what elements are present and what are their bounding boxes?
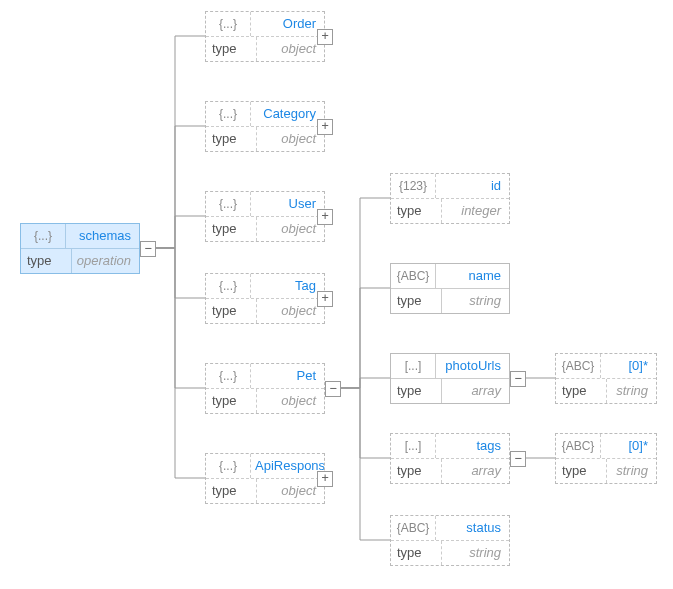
- node-label: [0]*: [601, 434, 656, 458]
- type-hint: {...}: [206, 12, 251, 36]
- type-hint: {ABC}: [391, 516, 436, 540]
- type-key: type: [391, 379, 442, 403]
- type-value: object: [257, 37, 324, 61]
- node-user[interactable]: {...}User typeobject: [205, 191, 325, 242]
- node-label: ApiResponse: [251, 454, 324, 478]
- type-hint: {...}: [206, 454, 251, 478]
- expand-icon[interactable]: [317, 29, 333, 45]
- type-key: type: [21, 249, 72, 273]
- node-label: [0]*: [601, 354, 656, 378]
- node-category[interactable]: {...}Category typeobject: [205, 101, 325, 152]
- type-value: array: [442, 379, 509, 403]
- node-photourls[interactable]: [...]photoUrls typearray: [390, 353, 510, 404]
- type-hint: {...}: [206, 274, 251, 298]
- expand-icon[interactable]: [317, 471, 333, 487]
- node-label: schemas: [66, 224, 139, 248]
- type-value: object: [257, 389, 324, 413]
- type-value: string: [607, 379, 656, 403]
- node-label: Category: [251, 102, 324, 126]
- node-label: Tag: [251, 274, 324, 298]
- type-value: array: [442, 459, 509, 483]
- collapse-icon[interactable]: [325, 381, 341, 397]
- collapse-icon[interactable]: [510, 451, 526, 467]
- type-hint: {ABC}: [556, 354, 601, 378]
- type-key: type: [391, 199, 442, 223]
- type-key: type: [391, 541, 442, 565]
- type-hint: [...]: [391, 434, 436, 458]
- node-label: photoUrls: [436, 354, 509, 378]
- node-apiresponse[interactable]: {...}ApiResponse typeobject: [205, 453, 325, 504]
- node-label: id: [436, 174, 509, 198]
- node-id[interactable]: {123}id typeinteger: [390, 173, 510, 224]
- type-hint: [...]: [391, 354, 436, 378]
- type-value: operation: [72, 249, 139, 273]
- node-label: Order: [251, 12, 324, 36]
- type-key: type: [556, 379, 607, 403]
- collapse-icon[interactable]: [140, 241, 156, 257]
- type-value: object: [257, 299, 324, 323]
- connector-lines: [0, 0, 673, 589]
- expand-icon[interactable]: [317, 119, 333, 135]
- type-key: type: [206, 479, 257, 503]
- node-pet[interactable]: {...}Pet typeobject: [205, 363, 325, 414]
- type-key: type: [206, 299, 257, 323]
- type-hint: {ABC}: [556, 434, 601, 458]
- node-label: status: [436, 516, 509, 540]
- node-tags-item[interactable]: {ABC}[0]* typestring: [555, 433, 657, 484]
- type-key: type: [206, 127, 257, 151]
- expand-icon[interactable]: [317, 209, 333, 225]
- type-hint: {...}: [206, 192, 251, 216]
- type-value: string: [442, 541, 509, 565]
- node-label: Pet: [251, 364, 324, 388]
- type-key: type: [391, 289, 442, 313]
- type-value: object: [257, 479, 324, 503]
- type-key: type: [391, 459, 442, 483]
- type-value: string: [607, 459, 656, 483]
- type-hint: {...}: [206, 364, 251, 388]
- schema-tree-diagram: {...}schemas typeoperation {...}Order ty…: [0, 0, 673, 589]
- collapse-icon[interactable]: [510, 371, 526, 387]
- type-key: type: [556, 459, 607, 483]
- node-name[interactable]: {ABC}name typestring: [390, 263, 510, 314]
- type-value: object: [257, 127, 324, 151]
- type-value: integer: [442, 199, 509, 223]
- type-hint: {...}: [206, 102, 251, 126]
- node-order[interactable]: {...}Order typeobject: [205, 11, 325, 62]
- type-key: type: [206, 389, 257, 413]
- type-key: type: [206, 217, 257, 241]
- type-key: type: [206, 37, 257, 61]
- node-label: tags: [436, 434, 509, 458]
- node-schemas[interactable]: {...}schemas typeoperation: [20, 223, 140, 274]
- type-hint: {ABC}: [391, 264, 436, 288]
- expand-icon[interactable]: [317, 291, 333, 307]
- type-hint: {...}: [21, 224, 66, 248]
- node-label: name: [436, 264, 509, 288]
- node-photourls-item[interactable]: {ABC}[0]* typestring: [555, 353, 657, 404]
- type-value: string: [442, 289, 509, 313]
- node-label: User: [251, 192, 324, 216]
- node-tags[interactable]: [...]tags typearray: [390, 433, 510, 484]
- type-value: object: [257, 217, 324, 241]
- type-hint: {123}: [391, 174, 436, 198]
- node-tag[interactable]: {...}Tag typeobject: [205, 273, 325, 324]
- node-status[interactable]: {ABC}status typestring: [390, 515, 510, 566]
